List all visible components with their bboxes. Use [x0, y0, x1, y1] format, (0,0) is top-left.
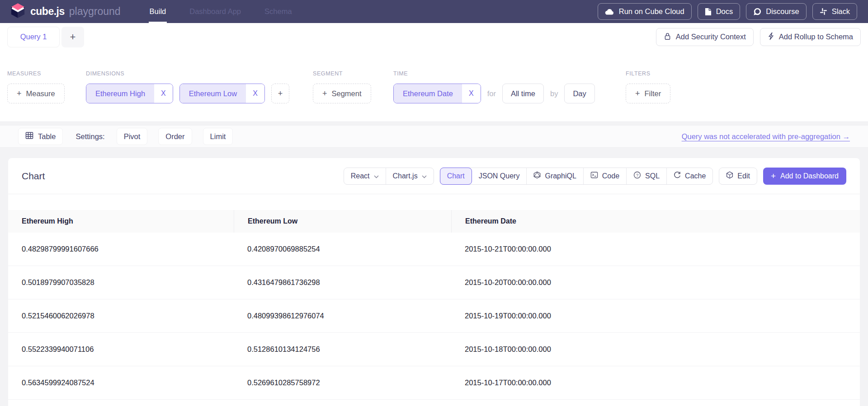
tab-chart[interactable]: Chart: [440, 168, 472, 185]
run-on-cube-cloud-label: Run on Cube Cloud: [619, 7, 684, 16]
add-filter-label: Filter: [645, 89, 661, 98]
discourse-button[interactable]: Discourse: [746, 3, 806, 20]
table-row[interactable]: 0.48298799991607666 0.4208970069885254 2…: [8, 233, 860, 266]
cell-ethereum-low: 0.4208970069885254: [234, 233, 451, 266]
dimension-chip-ethereum-low[interactable]: Ethereum Low X: [179, 84, 265, 103]
chart-title: Chart: [22, 171, 45, 182]
discourse-icon: [753, 8, 761, 16]
tab-sql[interactable]: ? SQL: [626, 168, 666, 184]
add-filter-button[interactable]: + Filter: [626, 84, 670, 103]
table-row[interactable]: 0.5522339940071106 0.5128610134124756 20…: [8, 333, 860, 366]
docs-button[interactable]: Docs: [698, 3, 741, 20]
playground-app: cube.js playground Build Dashboard App S…: [0, 0, 868, 406]
cube-icon: [726, 171, 733, 181]
tab-json-query[interactable]: JSON Query: [472, 168, 527, 184]
granularity-button[interactable]: Day: [564, 84, 594, 103]
table-body: 0.48298799991607666 0.4208970069885254 2…: [8, 233, 860, 400]
refresh-icon: [674, 171, 681, 181]
order-button[interactable]: Order: [158, 128, 192, 145]
table-row[interactable]: 0.5634599924087524 0.5269610285758972 20…: [8, 366, 860, 400]
nav-tab-dashboard-app[interactable]: Dashboard App: [189, 0, 242, 23]
close-icon[interactable]: X: [462, 84, 481, 103]
table-view-button[interactable]: Table: [18, 128, 63, 145]
cell-ethereum-date: 2015-10-17T00:00:00.000: [451, 366, 860, 399]
table-row[interactable]: 0.5018979907035828 0.4316479861736298 20…: [8, 266, 860, 299]
preaggregation-link[interactable]: Query was not accelerated with pre-aggre…: [682, 132, 850, 141]
tab-cache[interactable]: Cache: [666, 168, 712, 184]
chip-label: Ethereum Low: [180, 84, 246, 103]
chart-panel-header: Chart React Chart.js: [8, 158, 860, 194]
plus-icon: +: [17, 89, 22, 98]
cloud-icon: [605, 8, 614, 15]
cubejs-logo-icon: [11, 3, 25, 20]
column-header-ethereum-low[interactable]: Ethereum Low: [234, 210, 451, 233]
query-tabs-row: Query 1 + Add Security Context Add Rollu…: [0, 23, 868, 51]
add-to-dashboard-label: Add to Dashboard: [780, 172, 839, 180]
query-builder: MEASURES + Measure DIMENSIONS Ethereum H…: [0, 51, 868, 122]
add-measure-button[interactable]: + Measure: [7, 84, 65, 103]
cell-ethereum-date: 2015-10-19T00:00:00.000: [451, 299, 860, 332]
for-label: for: [487, 89, 496, 98]
tab-graphiql[interactable]: GraphiQL: [526, 168, 583, 184]
code-icon: [590, 172, 598, 180]
nav-tab-schema[interactable]: Schema: [264, 0, 293, 23]
add-rollup-to-schema-button[interactable]: Add Rollup to Schema: [760, 28, 861, 46]
slack-button[interactable]: Slack: [812, 3, 857, 20]
add-to-dashboard-button[interactable]: + Add to Dashboard: [763, 168, 846, 185]
time-chip-ethereum-date[interactable]: Ethereum Date X: [393, 84, 481, 103]
add-measure-label: Measure: [26, 89, 55, 98]
chip-label: Ethereum Date: [394, 84, 462, 103]
pivot-button[interactable]: Pivot: [117, 128, 148, 145]
table-header-row: Ethereum High Ethereum Low Ethereum Date: [8, 210, 860, 233]
docs-label: Docs: [716, 7, 733, 16]
tab-code[interactable]: Code: [583, 168, 626, 184]
tab-graphiql-label: GraphiQL: [545, 172, 576, 180]
slack-icon: [820, 8, 827, 15]
cell-ethereum-date: 2015-10-20T00:00:00.000: [451, 266, 860, 299]
date-range-button[interactable]: All time: [502, 84, 544, 103]
edit-button[interactable]: Edit: [719, 168, 757, 185]
navbar-actions: Run on Cube Cloud Docs Discourse Slack: [598, 3, 857, 20]
by-label: by: [550, 89, 558, 98]
svg-text:?: ?: [636, 173, 638, 177]
library-select[interactable]: Chart.js: [386, 168, 434, 184]
tab-code-label: Code: [602, 172, 619, 180]
close-icon[interactable]: X: [154, 84, 173, 103]
table-view-label: Table: [38, 132, 56, 141]
run-on-cube-cloud-button[interactable]: Run on Cube Cloud: [598, 3, 692, 20]
chart-panel: Chart React Chart.js: [8, 158, 860, 406]
add-segment-button[interactable]: + Segment: [313, 84, 371, 103]
dimension-chip-ethereum-high[interactable]: Ethereum High X: [86, 84, 173, 103]
add-query-tab-button[interactable]: +: [61, 27, 84, 47]
slack-label: Slack: [832, 7, 850, 16]
graphql-icon: [533, 171, 541, 181]
add-security-context-label: Add Security Context: [676, 33, 746, 41]
limit-button[interactable]: Limit: [203, 128, 233, 145]
nav-tab-build[interactable]: Build: [149, 0, 167, 23]
framework-select[interactable]: React: [344, 168, 386, 184]
table-row[interactable]: 0.5215460062026978 0.48099398612976074 2…: [8, 299, 860, 333]
filters-group: FILTERS + Filter: [626, 70, 670, 103]
add-dimension-button[interactable]: +: [271, 84, 290, 103]
query-tab-1[interactable]: Query 1: [7, 27, 60, 47]
measures-group: MEASURES + Measure: [7, 70, 65, 103]
add-security-context-button[interactable]: Add Security Context: [656, 28, 754, 46]
column-header-ethereum-date[interactable]: Ethereum Date: [451, 210, 860, 233]
view-tabs: Chart JSON Query GraphiQL Code: [440, 168, 713, 185]
brand: cube.js playground: [11, 3, 121, 20]
brand-suffix: playground: [69, 5, 121, 18]
cell-ethereum-high: 0.5018979907035828: [8, 266, 234, 299]
dimensions-label: DIMENSIONS: [86, 70, 289, 77]
chevron-down-icon: [422, 172, 427, 180]
plus-icon: +: [771, 172, 776, 180]
cell-ethereum-high: 0.5215460062026978: [8, 299, 234, 332]
dimensions-group: DIMENSIONS Ethereum High X Ethereum Low …: [86, 70, 289, 103]
filters-label: FILTERS: [626, 70, 670, 77]
column-header-ethereum-high[interactable]: Ethereum High: [8, 210, 234, 233]
close-icon[interactable]: X: [246, 84, 264, 103]
document-icon: [705, 8, 712, 16]
tab-sql-label: SQL: [645, 172, 660, 180]
add-segment-label: Segment: [332, 89, 362, 98]
cell-ethereum-high: 0.5522339940071106: [8, 333, 234, 366]
result-table: Ethereum High Ethereum Low Ethereum Date…: [8, 210, 860, 400]
